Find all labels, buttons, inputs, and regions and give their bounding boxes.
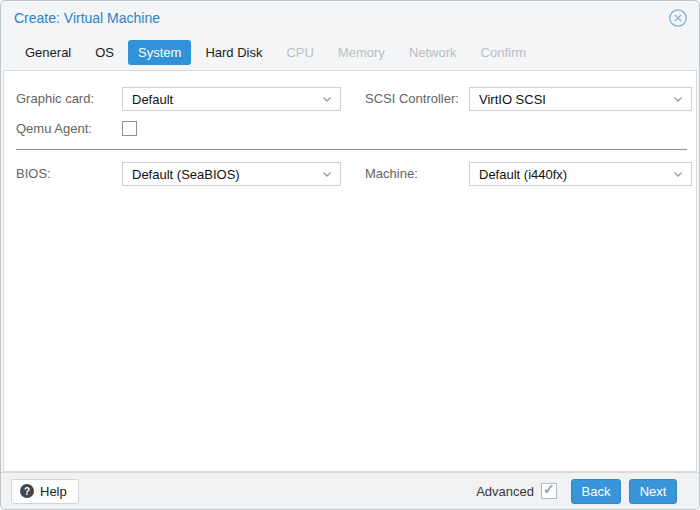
bios-select[interactable]: Default (SeaBIOS) [122,162,341,186]
dialog-footer: Help Advanced Back Next [1,472,699,509]
advanced-label: Advanced [476,484,534,499]
graphic-card-select[interactable]: Default [122,87,341,111]
tab-memory: Memory [328,40,395,65]
next-button[interactable]: Next [629,479,677,504]
machine-select[interactable]: Default (i440fx) [469,162,692,186]
tab-network: Network [399,40,467,65]
scsi-controller-value: VirtIO SCSI [479,92,671,107]
form-row-graphics-scsi: Graphic card: Default SCSI Controller: V… [4,87,696,111]
graphic-card-label: Graphic card: [16,87,94,111]
tab-os[interactable]: OS [85,40,124,65]
dialog-titlebar: Create: Virtual Machine [1,1,699,34]
graphic-card-value: Default [132,92,320,107]
qemu-agent-label: Qemu Agent: [16,117,92,141]
bios-value: Default (SeaBIOS) [132,167,320,182]
advanced-checkbox[interactable] [541,483,557,499]
chevron-down-icon [320,167,334,181]
chevron-down-icon [671,167,685,181]
form-row-bios-machine: BIOS: Default (SeaBIOS) Machine: Default… [4,162,696,186]
scsi-controller-label: SCSI Controller: [365,87,459,111]
help-button-label: Help [40,484,67,499]
bios-label: BIOS: [16,162,51,186]
tab-system[interactable]: System [128,40,191,65]
help-icon [20,484,34,498]
chevron-down-icon [671,92,685,106]
back-button[interactable]: Back [571,479,621,504]
check-icon [543,481,555,497]
chevron-down-icon [320,92,334,106]
wizard-tabbar: General OS System Hard Disk CPU Memory N… [1,34,699,70]
help-button[interactable]: Help [11,479,79,504]
tab-general[interactable]: General [15,40,81,65]
scsi-controller-select[interactable]: VirtIO SCSI [469,87,692,111]
close-icon[interactable] [668,8,688,28]
tab-confirm: Confirm [471,40,537,65]
advanced-section-divider [16,149,687,150]
tab-cpu: CPU [276,40,323,65]
machine-label: Machine: [365,162,418,186]
create-vm-dialog: Create: Virtual Machine General OS Syste… [0,0,700,510]
tab-hard-disk[interactable]: Hard Disk [195,40,272,65]
qemu-agent-checkbox[interactable] [122,121,137,136]
dialog-title: Create: Virtual Machine [14,10,160,26]
machine-value: Default (i440fx) [479,167,671,182]
form-row-qemu-agent: Qemu Agent: [4,117,696,141]
system-form-panel: Graphic card: Default SCSI Controller: V… [3,70,697,472]
